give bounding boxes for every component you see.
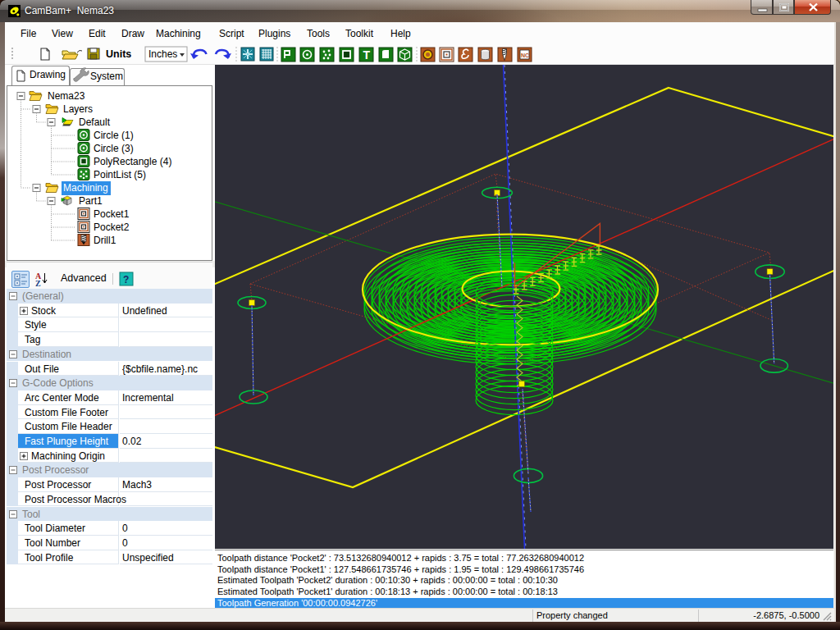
svg-text:?: ? — [123, 274, 129, 285]
svg-text:T: T — [363, 48, 371, 62]
svg-text:Units: Units — [106, 48, 131, 60]
svg-text:Z: Z — [35, 279, 41, 288]
svg-text:Inches: Inches — [148, 48, 177, 60]
svg-text:NC: NC — [521, 52, 529, 58]
